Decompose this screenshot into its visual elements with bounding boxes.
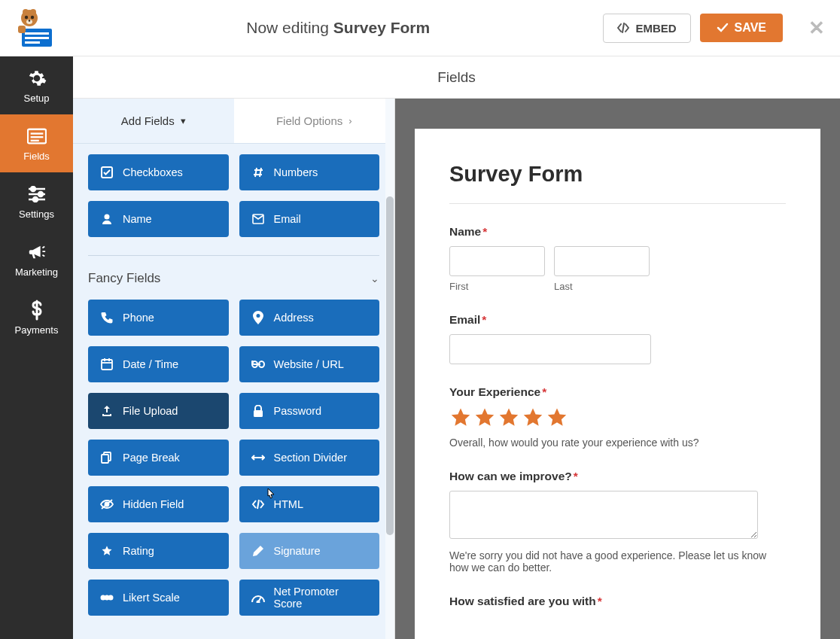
field-improve[interactable]: How can we improve?* We're sorry you did… [449, 470, 786, 574]
field-experience[interactable]: Your Experience* Overall, how would you … [449, 385, 786, 449]
field-btn-html[interactable]: HTML [239, 486, 380, 522]
field-btn-likert-scale[interactable]: Likert Scale [88, 580, 229, 616]
standard-fields-grid: CheckboxesNumbersNameEmail [88, 154, 379, 237]
svg-point-5 [23, 9, 29, 15]
embed-button[interactable]: EMBED [603, 14, 690, 43]
field-btn-date-time[interactable]: Date / Time [88, 346, 229, 382]
experience-label: Your Experience* [449, 385, 786, 399]
field-button-label: Likert Scale [123, 592, 180, 604]
nav-settings[interactable]: Settings [0, 172, 73, 230]
field-btn-hidden-field[interactable]: Hidden Field [88, 486, 229, 522]
ellipsis-icon [100, 591, 114, 604]
field-btn-checkboxes[interactable]: Checkboxes [88, 154, 229, 190]
star-icon[interactable] [449, 406, 472, 429]
save-button[interactable]: SAVE [700, 14, 783, 42]
field-name[interactable]: Name* First Last [449, 225, 786, 292]
star-icon[interactable] [546, 406, 568, 429]
improve-label: How can we improve?* [449, 470, 786, 483]
code-icon [617, 23, 629, 33]
field-button-label: Address [274, 312, 314, 324]
field-button-label: Signature [274, 545, 321, 557]
first-name-input[interactable] [449, 246, 545, 276]
close-button[interactable]: ✕ [808, 17, 825, 40]
svg-rect-13 [30, 132, 43, 134]
svg-line-26 [260, 168, 261, 177]
nav-label: Marketing [15, 266, 58, 278]
satisfied-label: How satisfied are you with* [449, 595, 786, 608]
chevron-down-icon: ▾ [181, 115, 186, 126]
builder-body: Add Fields ▾ Field Options › CheckboxesN… [73, 99, 840, 639]
star-icon[interactable] [522, 406, 544, 429]
svg-point-6 [30, 9, 36, 15]
svg-point-45 [109, 596, 113, 600]
hash-icon [251, 166, 265, 179]
svg-point-27 [105, 215, 110, 220]
dollar-icon [27, 300, 47, 320]
form-name: Survey Form [333, 19, 430, 36]
field-btn-password[interactable]: Password [239, 393, 380, 429]
star-icon[interactable] [498, 406, 520, 429]
scrollbar-thumb[interactable] [386, 196, 394, 535]
field-button-label: Rating [123, 545, 154, 557]
field-button-label: Password [274, 405, 322, 417]
left-nav: Setup Fields Settings Marketing Payments [0, 56, 73, 639]
sub-header: Fields [73, 56, 840, 99]
field-button-label: File Upload [123, 405, 178, 417]
svg-rect-29 [102, 360, 112, 370]
field-btn-name[interactable]: Name [88, 201, 229, 237]
field-btn-phone[interactable]: Phone [88, 300, 229, 336]
sidebar-tabs: Add Fields ▾ Field Options › [73, 99, 394, 144]
field-btn-net-promoter-score[interactable]: Net Promoter Score [239, 580, 380, 616]
field-btn-address[interactable]: Address [239, 300, 380, 336]
nav-setup[interactable]: Setup [0, 56, 73, 114]
tab-add-fields[interactable]: Add Fields ▾ [73, 99, 234, 144]
preview-form[interactable]: Survey Form Name* First Last [415, 129, 820, 639]
nav-fields[interactable]: Fields [0, 114, 73, 172]
preview-area: Survey Form Name* First Last [395, 99, 840, 639]
nav-payments[interactable]: Payments [0, 288, 73, 346]
field-btn-section-divider[interactable]: Section Divider [239, 440, 380, 476]
field-btn-numbers[interactable]: Numbers [239, 154, 380, 190]
email-input[interactable] [449, 334, 651, 364]
nav-label: Payments [15, 324, 59, 336]
field-button-label: Section Divider [274, 452, 348, 464]
top-buttons: EMBED SAVE ✕ [603, 14, 825, 43]
svg-point-10 [28, 20, 30, 22]
map-pin-icon [251, 311, 265, 324]
svg-point-19 [38, 192, 43, 196]
dashboard-icon [251, 591, 265, 604]
nav-label: Fields [23, 151, 50, 162]
section-fancy-fields[interactable]: Fancy Fields ⌄ [88, 255, 379, 300]
field-button-label: Page Break [123, 452, 180, 464]
field-button-label: Name [123, 213, 152, 225]
tab-field-options[interactable]: Field Options › [234, 99, 395, 144]
field-btn-page-break[interactable]: Page Break [88, 440, 229, 476]
field-button-label: Checkboxes [123, 166, 183, 178]
logo-wrap [0, 8, 73, 49]
star-icon[interactable] [473, 406, 496, 429]
field-btn-file-upload[interactable]: File Upload [88, 393, 229, 429]
field-btn-website-url[interactable]: Website / URL [239, 346, 380, 382]
last-name-input[interactable] [554, 246, 650, 276]
code-icon [251, 498, 265, 511]
nav-marketing[interactable]: Marketing [0, 230, 73, 288]
svg-rect-15 [30, 140, 38, 141]
improve-help: We're sorry you did not have a good expe… [449, 549, 786, 574]
field-btn-signature[interactable]: Signature [239, 533, 380, 569]
field-email[interactable]: Email* [449, 313, 786, 364]
sidebar-scroll[interactable]: CheckboxesNumbersNameEmail Fancy Fields … [73, 144, 394, 639]
field-btn-rating[interactable]: Rating [88, 533, 229, 569]
rating-stars[interactable] [449, 406, 786, 429]
field-btn-email[interactable]: Email [239, 201, 380, 237]
field-satisfied[interactable]: How satisfied are you with* [449, 595, 786, 608]
field-button-label: Hidden Field [123, 498, 184, 510]
calendar-icon [100, 358, 114, 371]
required-mark: * [482, 313, 486, 326]
form-title: Survey Form [449, 162, 786, 187]
improve-textarea[interactable] [449, 491, 758, 539]
link-icon [251, 358, 265, 371]
editing-title: Now editing Survey Form [73, 19, 603, 37]
save-label: SAVE [735, 21, 766, 35]
sliders-icon [27, 184, 47, 204]
email-label: Email* [449, 313, 786, 327]
